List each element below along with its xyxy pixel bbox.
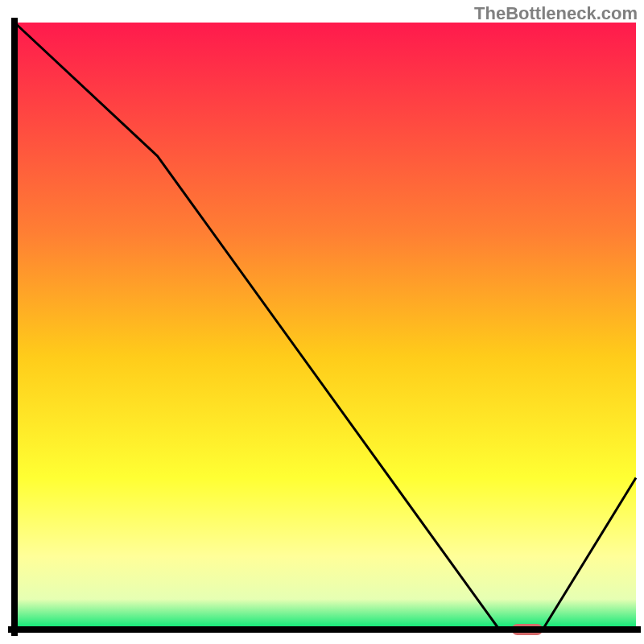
watermark-text: TheBottleneck.com [474, 3, 638, 24]
chart-container: TheBottleneck.com [0, 0, 644, 644]
gradient-background [14, 23, 636, 630]
bottleneck-chart [0, 0, 644, 644]
